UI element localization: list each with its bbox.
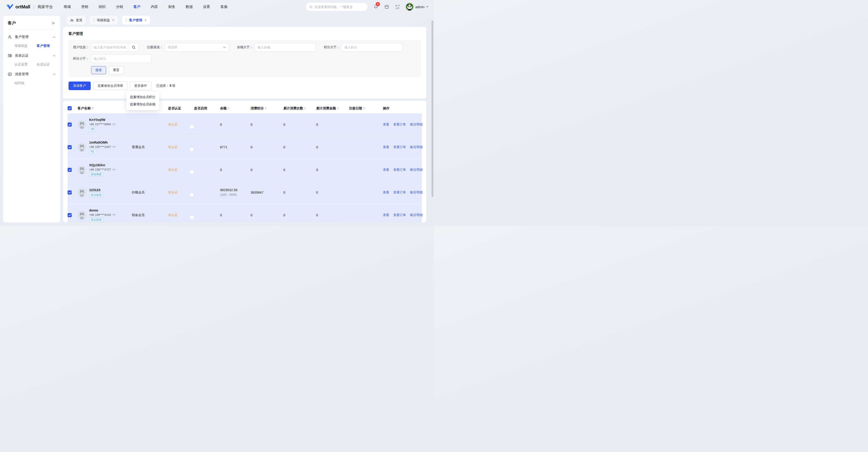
eye-closed-icon[interactable] xyxy=(113,168,116,171)
nav-item-客户[interactable]: 客户 xyxy=(133,4,141,9)
op-link-账目明细[interactable]: 账目明细 xyxy=(410,191,423,195)
user-info-search-button[interactable] xyxy=(128,43,139,52)
nav-item-客服[interactable]: 客服 xyxy=(220,4,227,9)
op-link-账目明细[interactable]: 账目明细 xyxy=(410,168,423,172)
sort-icon[interactable] xyxy=(363,107,365,110)
select-all-checkbox[interactable] xyxy=(68,106,72,110)
op-link-查看订单[interactable]: 查看订单 xyxy=(393,191,406,195)
filter-card: 客户管理 用户信息： 注册渠道： 请选择 余额大于： xyxy=(63,27,426,98)
sort-icon[interactable] xyxy=(265,107,267,110)
header-累计消费金额[interactable]: 累计消费金额 xyxy=(316,106,349,111)
drag-handle-icon[interactable] xyxy=(93,19,95,22)
reset-button[interactable]: 重置 xyxy=(109,66,124,74)
close-icon[interactable]: ✕ xyxy=(144,19,147,22)
op-link-查看订单[interactable]: 查看订单 xyxy=(393,145,406,149)
operations-cell: 查看查看订单账目明细 xyxy=(383,213,422,217)
row-checkbox[interactable] xyxy=(68,213,72,217)
nav-item-数据[interactable]: 数据 xyxy=(186,4,193,9)
sidebar-collapse-icon[interactable] xyxy=(52,21,56,25)
header-是否认证[interactable]: 是否认证 xyxy=(168,106,194,111)
language-switch[interactable]: 中 A xyxy=(395,4,400,9)
row-checkbox[interactable] xyxy=(68,122,72,126)
sidebar-item-站内信[interactable]: 站内信 xyxy=(14,81,37,85)
search-button[interactable]: 搜索 xyxy=(91,66,106,74)
balance-gt-input[interactable] xyxy=(255,43,316,52)
nav-item-商城[interactable]: 商城 xyxy=(64,4,71,9)
header-累计消费次数[interactable]: 累计消费次数 xyxy=(283,106,316,111)
user-menu[interactable]: admin xyxy=(406,3,428,11)
sort-icon[interactable] xyxy=(304,107,306,110)
sidebar-group-客户管理[interactable]: 客户管理 xyxy=(8,35,56,39)
op-link-账目明细[interactable]: 账目明细 xyxy=(410,122,423,126)
sidebar-item-会员认证[interactable]: 会员认证 xyxy=(37,62,56,66)
source-tag: PC xyxy=(89,149,96,154)
row-checkbox[interactable] xyxy=(68,168,72,172)
check-icon xyxy=(68,169,71,171)
op-link-查看[interactable]: 查看 xyxy=(383,168,389,172)
eye-closed-icon[interactable] xyxy=(113,123,116,125)
sort-icon[interactable] xyxy=(228,107,229,110)
points-lt-input[interactable] xyxy=(91,54,152,63)
op-link-查看[interactable]: 查看 xyxy=(383,122,389,126)
more-actions-dropdown: 批量增加会员积分批量增加会员余额 xyxy=(126,91,159,110)
global-search[interactable] xyxy=(306,3,368,11)
op-link-账目明细[interactable]: 账目明细 xyxy=(410,145,423,149)
tab-首页[interactable]: 首页 xyxy=(67,16,86,25)
op-link-账目明细[interactable]: 账目明细 xyxy=(410,213,423,217)
eye-closed-icon[interactable] xyxy=(113,146,116,148)
more-actions-button[interactable]: 更多操作 xyxy=(130,82,151,90)
add-customer-button[interactable]: 添加客户 xyxy=(68,82,91,90)
nav-item-设置[interactable]: 设置 xyxy=(203,4,210,9)
balance-value: 9829532.59 xyxy=(220,188,251,192)
notification-bell[interactable]: 8 xyxy=(373,4,378,9)
table-row: demo +86 199****4418 后台添加 铂金会员 未认证 0 0 0… xyxy=(68,204,422,222)
tab-等级权益[interactable]: 等级权益 ✕ xyxy=(90,16,118,25)
nav-item-分销[interactable]: 分销 xyxy=(116,4,123,9)
sort-icon[interactable] xyxy=(337,107,339,110)
register-channel-select[interactable]: 请选择 xyxy=(165,43,229,52)
sidebar-item-等级权益[interactable]: 等级权益 xyxy=(14,44,37,48)
header-label: 是否认证 xyxy=(168,106,181,111)
page-scrollbar[interactable] xyxy=(432,13,433,224)
op-link-查看订单[interactable]: 查看订单 xyxy=(393,122,406,126)
header-注册日期[interactable]: 注册日期 xyxy=(349,106,383,111)
op-link-查看[interactable]: 查看 xyxy=(383,145,389,149)
user-info-input[interactable] xyxy=(91,43,128,52)
op-link-查看订单[interactable]: 查看订单 xyxy=(393,168,406,172)
header-余额[interactable]: 余额 xyxy=(220,106,251,111)
points-cell: 0 xyxy=(251,123,283,126)
dropdown-item-批量增加会员积分[interactable]: 批量增加会员积分 xyxy=(126,93,159,101)
customer-phone: +86 158****4727 xyxy=(89,168,116,171)
sidebar-group-消息管理[interactable]: 消息管理 xyxy=(8,72,56,76)
header-是否启用[interactable]: 是否启用 xyxy=(194,106,220,111)
global-search-input[interactable] xyxy=(315,5,365,9)
user-name: admin xyxy=(415,5,425,9)
eye-closed-icon[interactable] xyxy=(113,214,116,216)
header-消费积分[interactable]: 消费积分 xyxy=(251,106,283,111)
sidebar-item-客户管理[interactable]: 客户管理 xyxy=(37,44,56,48)
row-checkbox-cell xyxy=(68,191,78,195)
header-操作[interactable]: 操作 xyxy=(383,106,422,111)
dropdown-item-批量增加会员余额[interactable]: 批量增加会员余额 xyxy=(126,101,159,108)
header-客户名称[interactable]: 客户名称 xyxy=(78,106,132,111)
nav-item-内容[interactable]: 内容 xyxy=(151,4,158,9)
nav-item-组织[interactable]: 组织 xyxy=(99,4,105,9)
op-link-查看[interactable]: 查看 xyxy=(383,213,389,217)
drag-handle-icon[interactable] xyxy=(125,19,127,22)
store-shortcut[interactable] xyxy=(384,4,389,9)
op-link-查看[interactable]: 查看 xyxy=(383,191,389,195)
scrollbar-thumb[interactable] xyxy=(432,20,433,197)
tab-客户管理[interactable]: 客户管理 ✕ xyxy=(122,16,150,25)
close-icon[interactable]: ✕ xyxy=(112,19,115,22)
nav-item-营销[interactable]: 营销 xyxy=(81,4,88,9)
points-gt-input[interactable] xyxy=(341,43,403,52)
sidebar-item-认证设置[interactable]: 认证设置 xyxy=(14,62,37,66)
nav-item-财务[interactable]: 财务 xyxy=(168,4,175,9)
sidebar-group-实名认证[interactable]: 实名认证 xyxy=(8,53,56,58)
row-checkbox[interactable] xyxy=(68,191,72,195)
translate-icon: 中 A xyxy=(395,4,400,9)
sort-icon[interactable] xyxy=(92,107,94,110)
op-link-查看订单[interactable]: 查看订单 xyxy=(393,213,406,217)
row-checkbox[interactable] xyxy=(68,145,72,149)
batch-level-button[interactable]: 批量修改会员等级 xyxy=(93,82,127,90)
